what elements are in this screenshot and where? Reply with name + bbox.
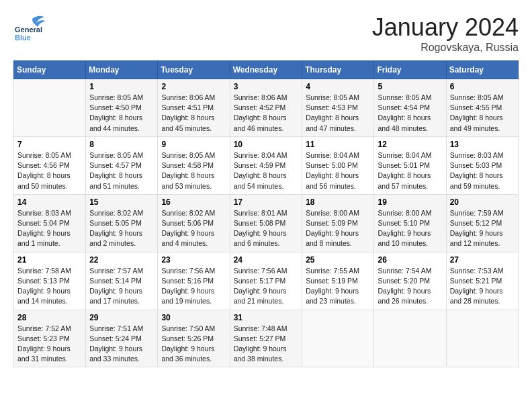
day-cell: 20Sunrise: 7:59 AM Sunset: 5:12 PM Dayli… xyxy=(446,194,518,252)
day-info: Sunrise: 8:02 AM Sunset: 5:05 PM Dayligh… xyxy=(89,208,154,249)
month-title: January 2024 xyxy=(372,13,519,42)
day-info: Sunrise: 7:56 AM Sunset: 5:17 PM Dayligh… xyxy=(234,266,299,307)
header-row: SundayMondayTuesdayWednesdayThursdayFrid… xyxy=(14,61,519,79)
svg-text:General: General xyxy=(15,26,42,34)
day-cell: 2Sunrise: 8:06 AM Sunset: 4:51 PM Daylig… xyxy=(158,79,230,137)
day-number: 20 xyxy=(450,197,515,207)
day-info: Sunrise: 8:06 AM Sunset: 4:51 PM Dayligh… xyxy=(161,93,226,134)
header-cell-saturday: Saturday xyxy=(446,61,518,79)
day-cell: 31Sunrise: 7:48 AM Sunset: 5:27 PM Dayli… xyxy=(230,310,302,367)
day-cell: 24Sunrise: 7:56 AM Sunset: 5:17 PM Dayli… xyxy=(230,252,302,310)
week-row-3: 14Sunrise: 8:03 AM Sunset: 5:04 PM Dayli… xyxy=(14,194,519,252)
day-number: 28 xyxy=(17,313,82,322)
header-cell-sunday: Sunday xyxy=(14,61,86,79)
logo-icon: General Blue xyxy=(13,13,47,44)
week-row-5: 28Sunrise: 7:52 AM Sunset: 5:23 PM Dayli… xyxy=(14,310,519,367)
day-number: 5 xyxy=(378,82,442,91)
day-cell: 16Sunrise: 8:02 AM Sunset: 5:06 PM Dayli… xyxy=(158,194,230,252)
day-number: 8 xyxy=(89,140,154,149)
day-number: 9 xyxy=(161,140,226,149)
day-info: Sunrise: 7:52 AM Sunset: 5:23 PM Dayligh… xyxy=(17,324,82,365)
day-number: 27 xyxy=(450,255,515,265)
day-cell: 17Sunrise: 8:01 AM Sunset: 5:08 PM Dayli… xyxy=(230,194,302,252)
day-info: Sunrise: 7:56 AM Sunset: 5:16 PM Dayligh… xyxy=(161,266,226,307)
day-cell: 9Sunrise: 8:05 AM Sunset: 4:58 PM Daylig… xyxy=(158,136,230,194)
day-cell: 6Sunrise: 8:05 AM Sunset: 4:55 PM Daylig… xyxy=(446,79,518,137)
day-info: Sunrise: 8:04 AM Sunset: 5:00 PM Dayligh… xyxy=(306,150,370,191)
day-cell: 21Sunrise: 7:58 AM Sunset: 5:13 PM Dayli… xyxy=(14,252,86,310)
day-number: 3 xyxy=(234,82,299,91)
day-cell: 14Sunrise: 8:03 AM Sunset: 5:04 PM Dayli… xyxy=(14,194,86,252)
day-info: Sunrise: 8:05 AM Sunset: 4:57 PM Dayligh… xyxy=(89,150,154,191)
day-cell: 8Sunrise: 8:05 AM Sunset: 4:57 PM Daylig… xyxy=(86,136,158,194)
day-cell: 22Sunrise: 7:57 AM Sunset: 5:14 PM Dayli… xyxy=(86,252,158,310)
day-info: Sunrise: 7:54 AM Sunset: 5:20 PM Dayligh… xyxy=(378,266,442,307)
day-number: 12 xyxy=(378,140,442,149)
header-cell-tuesday: Tuesday xyxy=(158,61,230,79)
day-info: Sunrise: 7:53 AM Sunset: 5:21 PM Dayligh… xyxy=(450,266,515,307)
day-info: Sunrise: 8:01 AM Sunset: 5:08 PM Dayligh… xyxy=(234,208,299,249)
day-number: 30 xyxy=(161,313,226,322)
day-info: Sunrise: 8:00 AM Sunset: 5:10 PM Dayligh… xyxy=(378,208,442,249)
day-info: Sunrise: 8:04 AM Sunset: 5:01 PM Dayligh… xyxy=(378,150,442,191)
day-info: Sunrise: 8:05 AM Sunset: 4:58 PM Dayligh… xyxy=(161,150,226,191)
week-row-2: 7Sunrise: 8:05 AM Sunset: 4:56 PM Daylig… xyxy=(14,136,519,194)
day-cell: 27Sunrise: 7:53 AM Sunset: 5:21 PM Dayli… xyxy=(446,252,518,310)
day-info: Sunrise: 8:04 AM Sunset: 4:59 PM Dayligh… xyxy=(234,150,299,191)
day-number: 13 xyxy=(450,140,515,149)
day-number: 15 xyxy=(89,197,154,207)
day-number: 29 xyxy=(89,313,154,322)
day-number: 10 xyxy=(234,140,299,149)
day-cell: 1Sunrise: 8:05 AM Sunset: 4:50 PM Daylig… xyxy=(86,79,158,137)
day-number: 23 xyxy=(161,255,226,265)
day-info: Sunrise: 7:57 AM Sunset: 5:14 PM Dayligh… xyxy=(89,266,154,307)
location: Rogovskaya, Russia xyxy=(372,42,519,54)
day-number: 7 xyxy=(17,140,82,149)
day-info: Sunrise: 8:05 AM Sunset: 4:55 PM Dayligh… xyxy=(450,93,515,134)
day-cell: 28Sunrise: 7:52 AM Sunset: 5:23 PM Dayli… xyxy=(14,310,86,367)
day-cell: 30Sunrise: 7:50 AM Sunset: 5:26 PM Dayli… xyxy=(158,310,230,367)
day-info: Sunrise: 7:50 AM Sunset: 5:26 PM Dayligh… xyxy=(161,324,226,365)
day-number: 25 xyxy=(306,255,370,265)
day-cell: 18Sunrise: 8:00 AM Sunset: 5:09 PM Dayli… xyxy=(302,194,374,252)
day-cell: 10Sunrise: 8:04 AM Sunset: 4:59 PM Dayli… xyxy=(230,136,302,194)
day-number: 19 xyxy=(378,197,442,207)
day-number: 6 xyxy=(450,82,515,91)
day-number: 24 xyxy=(234,255,299,265)
day-info: Sunrise: 8:05 AM Sunset: 4:54 PM Dayligh… xyxy=(378,93,442,134)
day-cell: 3Sunrise: 8:06 AM Sunset: 4:52 PM Daylig… xyxy=(230,79,302,137)
day-info: Sunrise: 8:05 AM Sunset: 4:53 PM Dayligh… xyxy=(306,93,370,134)
svg-text:Blue: Blue xyxy=(15,34,31,42)
day-info: Sunrise: 8:05 AM Sunset: 4:56 PM Dayligh… xyxy=(17,150,82,191)
header-cell-wednesday: Wednesday xyxy=(230,61,302,79)
calendar-body: 1Sunrise: 8:05 AM Sunset: 4:50 PM Daylig… xyxy=(14,79,519,367)
day-cell xyxy=(374,310,446,367)
header-cell-monday: Monday xyxy=(86,61,158,79)
day-cell: 19Sunrise: 8:00 AM Sunset: 5:10 PM Dayli… xyxy=(374,194,446,252)
day-info: Sunrise: 8:03 AM Sunset: 5:04 PM Dayligh… xyxy=(17,208,82,249)
day-cell: 4Sunrise: 8:05 AM Sunset: 4:53 PM Daylig… xyxy=(302,79,374,137)
day-cell: 23Sunrise: 7:56 AM Sunset: 5:16 PM Dayli… xyxy=(158,252,230,310)
day-cell: 26Sunrise: 7:54 AM Sunset: 5:20 PM Dayli… xyxy=(374,252,446,310)
day-cell: 12Sunrise: 8:04 AM Sunset: 5:01 PM Dayli… xyxy=(374,136,446,194)
day-info: Sunrise: 8:02 AM Sunset: 5:06 PM Dayligh… xyxy=(161,208,226,249)
day-cell: 25Sunrise: 7:55 AM Sunset: 5:19 PM Dayli… xyxy=(302,252,374,310)
day-number: 18 xyxy=(306,197,370,207)
day-number: 4 xyxy=(306,82,370,91)
week-row-1: 1Sunrise: 8:05 AM Sunset: 4:50 PM Daylig… xyxy=(14,79,519,137)
day-cell: 13Sunrise: 8:03 AM Sunset: 5:03 PM Dayli… xyxy=(446,136,518,194)
day-cell xyxy=(14,79,86,137)
header-cell-thursday: Thursday xyxy=(302,61,374,79)
day-info: Sunrise: 8:03 AM Sunset: 5:03 PM Dayligh… xyxy=(450,150,515,191)
header-cell-friday: Friday xyxy=(374,61,446,79)
day-cell: 5Sunrise: 8:05 AM Sunset: 4:54 PM Daylig… xyxy=(374,79,446,137)
day-number: 26 xyxy=(378,255,442,265)
day-info: Sunrise: 7:59 AM Sunset: 5:12 PM Dayligh… xyxy=(450,208,515,249)
day-number: 14 xyxy=(17,197,82,207)
day-cell xyxy=(302,310,374,367)
day-cell xyxy=(446,310,518,367)
day-number: 21 xyxy=(17,255,82,265)
calendar-header: SundayMondayTuesdayWednesdayThursdayFrid… xyxy=(14,61,519,79)
page-header: General Blue January 2024 Rogovskaya, Ru… xyxy=(13,13,519,54)
day-info: Sunrise: 7:48 AM Sunset: 5:27 PM Dayligh… xyxy=(234,324,299,365)
